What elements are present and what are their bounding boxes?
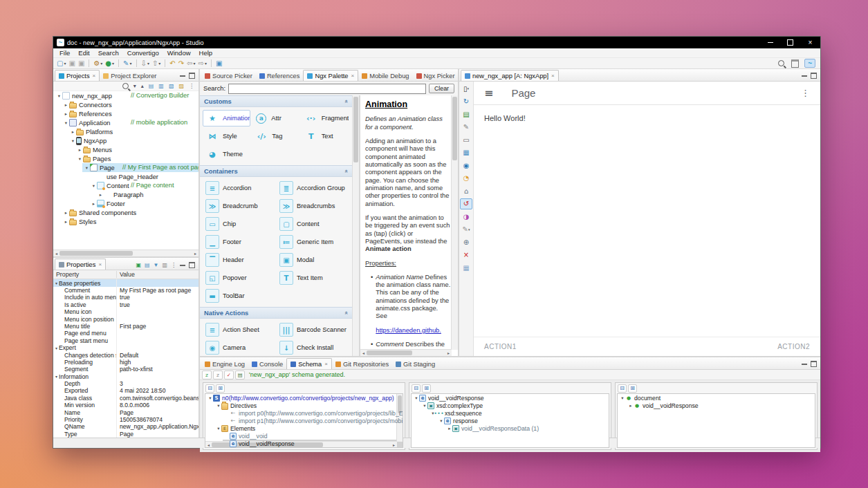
close-button[interactable]: × — [800, 37, 820, 48]
tab-projects[interactable]: Projects× — [55, 70, 100, 81]
palette-item-footer[interactable]: ▁Footer — [203, 234, 275, 250]
tab-ngx-picker[interactable]: Ngx Picker — [413, 71, 458, 81]
expand-arrow-icon[interactable]: ▾ — [216, 426, 221, 431]
remove-button[interactable]: × — [460, 250, 472, 261]
close-tab-icon[interactable]: × — [98, 261, 102, 268]
property-row-java-class[interactable]: Java classcom.twinsoft.convertigo.beans.… — [53, 395, 198, 402]
scroll-right-arrow-icon[interactable]: ▸ — [192, 251, 198, 256]
palette-item-modal[interactable]: ▣Modal — [277, 252, 349, 268]
palette-item-accordion[interactable]: ≡Accordion — [203, 180, 275, 196]
palette-section-customs[interactable]: Customs« — [200, 95, 352, 107]
expand-arrow-icon[interactable]: ▾ — [63, 120, 69, 126]
collapse-section-icon[interactable]: « — [343, 100, 349, 103]
expand-arrow-icon[interactable]: ▾ — [84, 165, 90, 171]
deploy-wand-button[interactable]: ✎▾ — [122, 59, 133, 68]
tree-item-connectors[interactable]: ▸Connectors — [53, 100, 198, 109]
tree-item-void-voidresponse[interactable]: ▸●void__voidResponse — [618, 402, 815, 409]
device-selector-button[interactable]: ▯▾ — [460, 83, 472, 94]
reload-app-button[interactable]: ↺ — [460, 198, 472, 209]
palette-item-fragment[interactable]: ‹·›Fragment — [302, 110, 349, 126]
tree-item-shared-components[interactable]: ▸Shared components — [53, 208, 198, 217]
tab-console[interactable]: Console — [248, 359, 286, 369]
property-row-expert[interactable]: ▾Expert — [53, 344, 198, 351]
maximize-view-icon[interactable] — [189, 262, 195, 268]
validate-schema-button[interactable]: ✓ — [224, 370, 234, 379]
builder-button[interactable]: ⌂ — [460, 185, 472, 196]
view-menu-button[interactable]: ⋮ — [187, 82, 196, 91]
tree-item-xsd-sequence[interactable]: ▾•••xsd:sequence — [412, 409, 609, 417]
tree-item-content[interactable]: ▾Content// Page content — [53, 181, 198, 190]
expand-arrow-icon[interactable]: ▸ — [70, 129, 76, 135]
palette-item-barcode-scanner[interactable]: |||Barcode Scanner — [277, 321, 349, 338]
property-row-information[interactable]: ▾Information — [53, 373, 198, 379]
tab-source-picker[interactable]: Source Picker — [201, 71, 256, 81]
animate-css-link[interactable]: https://daneden.github. — [376, 327, 441, 335]
palette-item-popover[interactable]: ◱Popover — [203, 270, 275, 286]
expand-arrow-icon[interactable]: ▾ — [56, 93, 62, 99]
maximize-view-icon[interactable] — [811, 73, 817, 79]
tab-git-repositories[interactable]: Git Repositories — [332, 359, 392, 369]
tree-item-pages[interactable]: ▾Pages — [53, 154, 198, 163]
palette-item-attr[interactable]: aAttr — [252, 110, 299, 126]
save-button[interactable]: ▣ — [67, 59, 76, 68]
group-arrow-icon[interactable]: ▾ — [55, 346, 57, 350]
tree-item-paragraph[interactable]: ▸Paragraph — [53, 190, 198, 199]
redo-button[interactable]: ↷ — [177, 59, 185, 68]
expand-arrow-icon[interactable]: ▸ — [63, 219, 69, 225]
property-row-exported[interactable]: Exported4 mai 2022 18:50 — [53, 387, 198, 394]
tab-git-staging[interactable]: Git Staging — [392, 359, 438, 369]
tree-item-styles[interactable]: ▸Styles — [53, 217, 198, 226]
filter-search-button[interactable] — [121, 82, 130, 91]
collapse-section-icon[interactable]: « — [343, 169, 349, 173]
tab-mobile-debug[interactable]: Mobile Debug — [358, 71, 412, 81]
minimize-view-icon[interactable] — [180, 265, 185, 266]
collapse-section-icon[interactable]: « — [343, 311, 349, 315]
minimize-view-icon[interactable] — [802, 75, 807, 77]
expand-arrow-icon[interactable]: ▾ — [414, 395, 419, 401]
palette-item-breadcrumb[interactable]: ≫Breadcrumb — [203, 198, 275, 214]
scroll-left-arrow-icon[interactable]: ◂ — [360, 350, 367, 355]
property-row-base-properties[interactable]: ▾Base properties — [53, 279, 198, 286]
expand-arrow-icon[interactable]: ▸ — [63, 210, 69, 216]
refresh-schema-button[interactable]: z — [202, 370, 212, 379]
collapse-all-button[interactable]: ⊟ — [618, 384, 627, 393]
search-button[interactable] — [777, 59, 786, 68]
forward-button[interactable]: ⇨▾ — [197, 59, 208, 68]
columns-icon[interactable]: ▥ — [162, 262, 167, 268]
color-palette-button[interactable]: ◑ — [460, 211, 472, 222]
filter-icon[interactable]: ▼ — [154, 262, 159, 268]
menu-window[interactable]: Window — [163, 49, 195, 57]
tree-item-response[interactable]: ▾eresponse — [412, 417, 609, 424]
palette-item-text[interactable]: TText — [302, 128, 349, 144]
palette-item-text-item[interactable]: TText Item — [277, 270, 349, 286]
tab-schema[interactable]: Schema× — [286, 358, 332, 369]
export-source-button[interactable]: ⇧▾ — [151, 59, 162, 68]
palette-search-input[interactable] — [228, 84, 426, 94]
expand-arrow-icon[interactable]: ▾ — [620, 395, 625, 401]
palette-item-camera[interactable]: ◉Camera — [203, 339, 275, 356]
action1-button[interactable]: ACTION1 — [484, 343, 517, 350]
package-view-button[interactable]: ▨ — [177, 82, 185, 91]
tree-item-void-voidresponsedata-1[interactable]: ▸▣void__voidResponseData (1) — [412, 424, 609, 432]
property-row-segment[interactable]: Segmentpath-to-xfirst — [53, 366, 198, 373]
expand-all-button[interactable]: ⊞ — [628, 384, 637, 393]
tree-item-xsd-complextype[interactable]: ▾▣xsd:complexType — [412, 402, 609, 409]
refresh-button[interactable]: ↻ — [460, 96, 472, 107]
menu-edit[interactable]: Edit — [74, 49, 93, 57]
scroll-left-arrow-icon[interactable]: ◂ — [205, 442, 212, 447]
help-horizontal-scrollbar[interactable]: ◂ ▸ — [360, 349, 452, 356]
view-menu-icon[interactable]: ⋮ — [171, 262, 176, 268]
engine-settings-button[interactable]: ⚙▾ — [92, 59, 104, 68]
wand-button[interactable]: ✎ — [460, 122, 472, 133]
menu-file[interactable]: File — [55, 49, 74, 57]
undo-button[interactable]: ↶ — [168, 59, 176, 68]
menu-convertigo[interactable]: Convertigo — [123, 49, 163, 57]
property-row-type[interactable]: TypePage — [53, 431, 198, 438]
expand-arrow-icon[interactable]: ▸ — [91, 201, 97, 207]
tree-item-menus[interactable]: ▸Menus — [53, 145, 198, 154]
tree-item-footer[interactable]: ▸Footer — [53, 199, 198, 208]
clear-button[interactable]: Clear — [429, 84, 454, 93]
import-source-button[interactable]: ⇩▾ — [140, 59, 151, 68]
palette-item-tag[interactable]: ‹/›Tag — [252, 128, 299, 144]
close-tab-icon[interactable]: × — [351, 73, 354, 79]
